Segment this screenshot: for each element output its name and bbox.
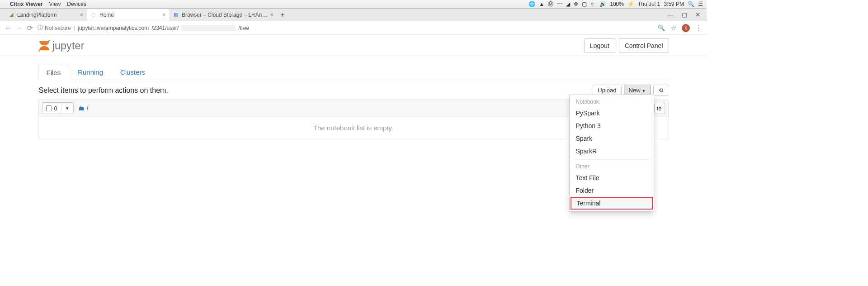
- browser-toolbar: ← → ⟳ ⓘNot secure | jupyter.liverampanal…: [0, 21, 707, 35]
- window-close-icon[interactable]: ✕: [695, 11, 700, 18]
- triangle-icon[interactable]: ◢: [566, 1, 570, 7]
- reload-button[interactable]: ⟳: [27, 24, 33, 32]
- favicon-icon: ◢: [8, 12, 14, 18]
- tab-running[interactable]: Running: [69, 64, 112, 80]
- new-tab-button[interactable]: +: [277, 10, 288, 20]
- tab-cloudstorage[interactable]: ▦ Browser – Cloud Storage – LRAn… ×: [169, 9, 277, 21]
- battery-percent[interactable]: 100%: [610, 1, 624, 7]
- tab-title: Home: [99, 12, 159, 18]
- refresh-icon: ⟲: [658, 87, 663, 94]
- new-terminal[interactable]: Terminal: [571, 197, 653, 210]
- control-panel-button[interactable]: Control Panel: [619, 38, 669, 53]
- folder-icon: 🖿: [78, 105, 85, 112]
- menu-view[interactable]: View: [49, 1, 61, 7]
- close-icon[interactable]: ×: [80, 11, 83, 18]
- macos-menubar: Citrix Viewer View Devices 🌐 ▲ Ⓜ 〰 ◢ ✥ ▢…: [0, 0, 707, 9]
- select-all-checkbox[interactable]: [46, 105, 52, 111]
- jupyter-header: jupyter Logout Control Panel: [38, 35, 669, 56]
- close-icon[interactable]: ×: [162, 11, 165, 18]
- menu-devices[interactable]: Devices: [67, 1, 86, 7]
- breadcrumb-root: /: [87, 105, 89, 112]
- m-icon[interactable]: Ⓜ: [548, 0, 553, 8]
- select-caret-icon[interactable]: ▼: [61, 106, 73, 111]
- globe-icon[interactable]: 🌐: [528, 1, 535, 7]
- dropdown-section-other: Other:: [570, 162, 654, 172]
- tab-home[interactable]: ◌ Home ×: [87, 9, 169, 21]
- new-dropdown: Notebook: PySpark Python 3 Spark SparkR …: [569, 95, 654, 212]
- zoom-icon[interactable]: 🔍: [658, 24, 665, 31]
- wave-icon[interactable]: 〰: [557, 1, 562, 7]
- new-spark[interactable]: Spark: [570, 132, 654, 145]
- dropdown-section-notebook: Notebook:: [570, 97, 654, 107]
- airplay-icon[interactable]: ▢: [582, 1, 587, 7]
- refresh-button[interactable]: ⟲: [653, 85, 668, 96]
- jupyter-logo[interactable]: jupyter: [38, 39, 85, 52]
- kebab-menu-icon[interactable]: ⋮: [695, 24, 702, 32]
- browser-tab-strip: ◢ LandingPlatform × ◌ Home × ▦ Browser –…: [0, 9, 707, 21]
- time-label[interactable]: 3:59 PM: [664, 1, 684, 7]
- tab-clusters[interactable]: Clusters: [112, 64, 154, 80]
- dropdown-divider: [574, 159, 649, 160]
- tab-files[interactable]: Files: [38, 65, 70, 80]
- logout-button[interactable]: Logout: [584, 38, 615, 53]
- minimize-icon[interactable]: —: [668, 11, 674, 18]
- jupyter-tabs: Files Running Clusters: [38, 64, 669, 80]
- new-python3[interactable]: Python 3: [570, 119, 654, 132]
- select-all-group[interactable]: 0 ▼: [42, 102, 74, 114]
- tab-landingplatform[interactable]: ◢ LandingPlatform ×: [5, 9, 87, 21]
- profile-avatar[interactable]: k: [682, 24, 690, 32]
- date-label[interactable]: Thu Jul 1: [638, 1, 660, 7]
- url-host: jupyter.liverampanalytics.com: [78, 25, 149, 31]
- tab-title: LandingPlatform: [17, 12, 77, 18]
- battery-icon[interactable]: ⚡: [627, 1, 634, 7]
- move-icon[interactable]: ✥: [574, 1, 578, 7]
- volume-icon[interactable]: 🔊: [599, 1, 606, 7]
- jupyter-logo-text: jupyter: [52, 40, 85, 52]
- url-path-prefix: /2341/user/: [151, 25, 179, 31]
- gcp-favicon-icon: ▦: [173, 12, 179, 18]
- close-icon[interactable]: ×: [270, 11, 274, 18]
- jupyter-favicon-icon: ◌: [90, 12, 97, 18]
- app-name[interactable]: Citrix Viewer: [10, 1, 42, 7]
- url-redacted: [181, 25, 236, 31]
- maximize-icon[interactable]: ▢: [682, 11, 687, 18]
- caret-down-icon: ▼: [642, 89, 646, 93]
- url-path-suffix: /tree: [238, 25, 249, 31]
- jupyter-logo-icon: [38, 39, 51, 52]
- header-divider: [0, 56, 707, 56]
- file-list: 0 ▼ 🖿 / Name ↓ te The notebook list is e…: [38, 100, 669, 139]
- new-pyspark[interactable]: PySpark: [570, 107, 654, 119]
- back-button[interactable]: ←: [5, 24, 11, 32]
- new-sparkr[interactable]: SparkR: [570, 145, 654, 157]
- menu-icon[interactable]: ☰: [698, 1, 703, 7]
- breadcrumb[interactable]: 🖿 /: [78, 105, 89, 112]
- forward-button[interactable]: →: [16, 24, 23, 32]
- tab-title: Browser – Cloud Storage – LRAn…: [182, 12, 267, 18]
- star-icon[interactable]: ☆: [670, 24, 676, 32]
- spotlight-icon[interactable]: 🔍: [688, 1, 694, 7]
- wifi-icon[interactable]: ᯤ: [590, 1, 596, 7]
- address-bar[interactable]: ⓘNot secure | jupyter.liverampanalytics.…: [38, 24, 653, 32]
- selected-count: 0: [54, 105, 57, 112]
- security-info[interactable]: ⓘNot secure: [38, 24, 71, 32]
- new-text-file[interactable]: Text File: [570, 172, 654, 184]
- sort-date-button-partial[interactable]: te: [654, 103, 665, 114]
- action-prompt: Select items to perform actions on them.: [39, 86, 168, 95]
- a-icon[interactable]: ▲: [539, 1, 544, 7]
- new-folder[interactable]: Folder: [570, 184, 654, 197]
